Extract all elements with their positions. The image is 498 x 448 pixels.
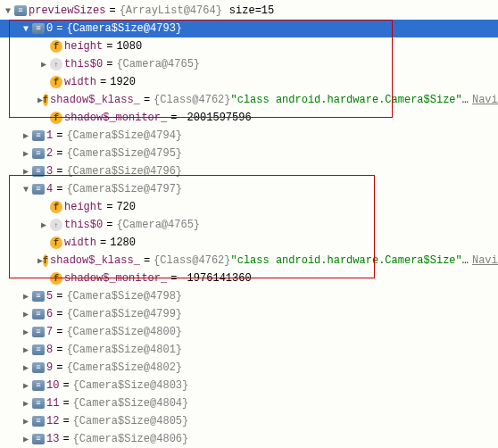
tree-node-item[interactable]: ▶ ≡ 2 = {Camera$Size@4795} — [0, 145, 498, 162]
tree-node-item[interactable]: ▶ ≡ 6 = {Camera$Size@4799} — [0, 305, 498, 323]
field-icon: f — [50, 272, 62, 285]
variable-type: {Camera$Size@4793} — [66, 22, 182, 35]
object-icon: ≡ — [32, 434, 45, 444]
index-name: 13 — [46, 433, 59, 445]
tree-node-item[interactable]: ▶ ≡ 8 = {Camera$Size@4801} — [0, 341, 498, 359]
object-icon: ≡ — [32, 416, 45, 427]
tree-node-child[interactable]: f width =1920 — [0, 73, 498, 91]
tree-node-item[interactable]: ▶ ≡ 12 = {Camera$Size@4805} — [0, 412, 498, 430]
tree-node-child[interactable]: ▶ ↑ this$0 ={Camera@4765} — [0, 216, 498, 234]
expand-arrow-icon[interactable]: ▶ — [20, 398, 32, 409]
index-name: 6 — [46, 308, 53, 320]
size-label: size — [229, 4, 255, 17]
variable-type: {Camera$Size@4795} — [66, 147, 182, 160]
expand-arrow-icon[interactable]: ▶ — [20, 380, 32, 391]
field-icon: f — [50, 40, 62, 53]
tree-node-child[interactable]: ▶ ↑ this$0 ={Camera@4765} — [0, 55, 498, 73]
object-icon: ≡ — [32, 380, 45, 391]
tree-node-child[interactable]: ▶ f shadow$_klass_ ={Class@4762} "class … — [0, 252, 498, 270]
expand-arrow-icon[interactable]: ▶ — [20, 434, 32, 444]
object-icon: ≡ — [32, 23, 45, 34]
variable-type: {Camera$Size@4798} — [66, 290, 182, 303]
tree-node-item[interactable]: ▶ ≡ 3 = {Camera$Size@4796} — [0, 162, 498, 180]
debug-variables-tree: ▼ ≡ previewSizes = {ArrayList@4764} size… — [0, 0, 498, 448]
tree-node-item[interactable]: ▶ ≡ 9 = {Camera$Size@4802} — [0, 359, 498, 377]
tree-node-child[interactable]: f shadow$_monitor_ =-1976141360 — [0, 270, 498, 287]
tree-node-item[interactable]: ▼ ≡ 4 = {Camera$Size@4797} — [0, 180, 498, 198]
tree-node-child[interactable]: ▶ f shadow$_klass_ ={Class@4762} "class … — [0, 91, 498, 109]
tree-node-item[interactable]: ▶ ≡ 5 = {Camera$Size@4798} — [0, 287, 498, 305]
field-value: {Class@4762} — [154, 254, 230, 267]
variable-type: {Camera$Size@4806} — [73, 433, 189, 445]
tree-node-child[interactable]: f width =1280 — [0, 234, 498, 252]
field-name: width — [64, 76, 96, 88]
expand-arrow-icon[interactable]: ▶ — [20, 130, 32, 141]
tree-node-item[interactable]: ▶ ≡ 1 = {Camera$Size@4794} — [0, 127, 498, 145]
field-icon: f — [50, 236, 62, 249]
field-value: {Class@4762} — [154, 94, 230, 106]
field-icon: f — [50, 112, 62, 124]
variable-type: {Camera$Size@4800} — [66, 326, 182, 338]
object-icon: ≡ — [32, 130, 45, 141]
field-name: shadow$_klass_ — [50, 254, 140, 267]
expand-arrow-icon[interactable]: ▼ — [20, 185, 32, 195]
object-icon: ≡ — [32, 362, 45, 373]
index-name: 1 — [46, 129, 53, 142]
tree-node-item[interactable]: ▶ ≡ 10 = {Camera$Size@4803} — [0, 377, 498, 394]
field-value: 720 — [116, 201, 136, 213]
object-icon: ≡ — [32, 309, 45, 319]
tree-node-item[interactable]: ▶ ≡ 7 = {Camera$Size@4800} — [0, 323, 498, 341]
object-icon: ≡ — [32, 166, 45, 177]
field-name: shadow$_monitor_ — [64, 272, 167, 285]
index-name: 4 — [46, 183, 53, 195]
field-value: -1976141360 — [180, 272, 251, 285]
expand-arrow-icon[interactable]: ▶ — [20, 291, 32, 302]
tree-node-child[interactable]: f height =1080 — [0, 37, 498, 55]
object-icon: ≡ — [32, 398, 45, 409]
tree-node-item[interactable]: ▼ ≡ 0 = {Camera$Size@4793} — [0, 20, 498, 37]
field-name: width — [64, 236, 96, 249]
object-icon: ≡ — [32, 344, 45, 355]
index-name: 10 — [46, 379, 59, 392]
variable-type: {Camera$Size@4802} — [66, 361, 182, 374]
this-ref-icon: ↑ — [50, 219, 62, 231]
field-string: "class android.hardware.Camera$Size" — [231, 254, 462, 267]
variable-type: {Camera$Size@4796} — [66, 165, 182, 178]
variable-name: previewSizes — [29, 4, 105, 17]
expand-arrow-icon[interactable]: ▼ — [20, 24, 32, 34]
navigate-link[interactable]: Navigate — [472, 94, 498, 106]
expand-arrow-icon[interactable]: ▶ — [20, 344, 32, 355]
field-name: height — [64, 201, 103, 213]
expand-arrow-icon[interactable]: ▶ — [20, 309, 32, 319]
expand-arrow-icon[interactable]: ▶ — [37, 220, 50, 230]
expand-arrow-icon[interactable]: ▶ — [20, 327, 32, 337]
tree-node-child[interactable]: f shadow$_monitor_ =-2001597596 — [0, 109, 498, 127]
variable-type: {Camera$Size@4801} — [66, 344, 182, 356]
ellipsis: … — [462, 254, 469, 267]
index-name: 8 — [46, 344, 53, 356]
tree-node-child[interactable]: f height =720 — [0, 198, 498, 216]
expand-arrow-icon[interactable]: ▶ — [20, 148, 32, 159]
navigate-link[interactable]: Navigate — [472, 254, 498, 267]
object-icon: ≡ — [32, 327, 45, 337]
object-icon: ≡ — [32, 291, 45, 302]
field-icon: f — [43, 94, 48, 106]
expand-arrow-icon[interactable]: ▶ — [20, 166, 32, 177]
variable-type: {Camera$Size@4803} — [73, 379, 189, 392]
ellipsis: … — [462, 94, 469, 106]
field-name: shadow$_klass_ — [50, 94, 140, 106]
index-name: 12 — [46, 415, 59, 427]
variable-type: {ArrayList@4764} — [120, 4, 222, 17]
tree-node-item[interactable]: ▶ ≡ 11 = {Camera$Size@4804} — [0, 394, 498, 412]
field-value: -2001597596 — [180, 112, 251, 124]
expand-arrow-icon[interactable]: ▼ — [2, 6, 14, 16]
tree-node-item[interactable]: ▶ ≡ 13 = {Camera$Size@4806} — [0, 430, 498, 448]
index-name: 0 — [46, 22, 53, 35]
tree-node-root[interactable]: ▼ ≡ previewSizes = {ArrayList@4764} size… — [0, 2, 498, 20]
expand-arrow-icon[interactable]: ▶ — [20, 362, 32, 373]
object-icon: ≡ — [14, 5, 27, 16]
expand-arrow-icon[interactable]: ▶ — [20, 416, 32, 427]
expand-arrow-icon[interactable]: ▶ — [37, 59, 50, 70]
index-name: 2 — [46, 147, 53, 160]
object-icon: ≡ — [32, 184, 45, 195]
